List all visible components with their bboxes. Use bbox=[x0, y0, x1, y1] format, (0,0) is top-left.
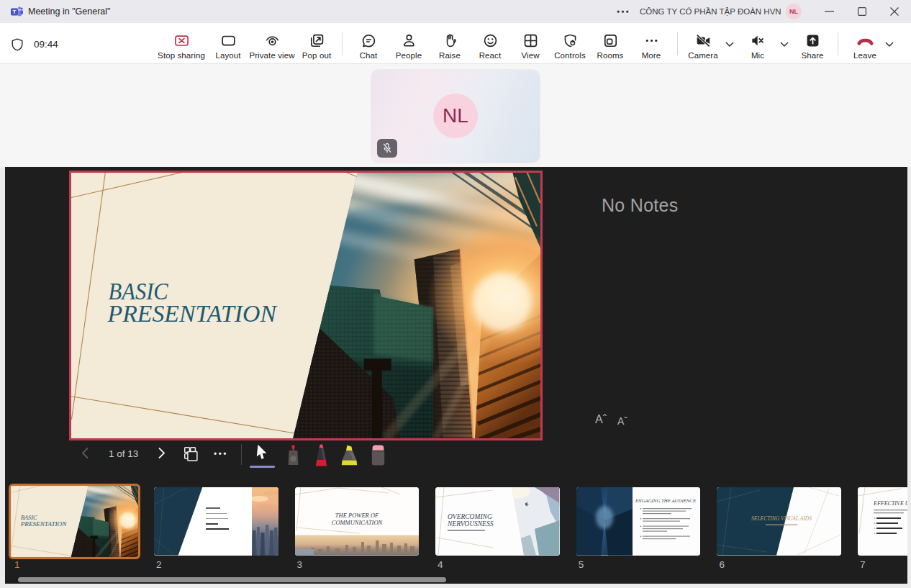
svg-text:NERVOUSNESS: NERVOUSNESS bbox=[447, 520, 494, 528]
svg-text:THE POWER OF: THE POWER OF bbox=[335, 512, 379, 519]
svg-text:OVERCOMING: OVERCOMING bbox=[448, 513, 492, 520]
svg-text:ENGAGING THE AUDIENCE: ENGAGING THE AUDIENCE bbox=[635, 498, 697, 503]
svg-text:COMMUNICATION: COMMUNICATION bbox=[331, 519, 383, 526]
svg-text:EFFECTIVE USE: EFFECTIVE USE bbox=[873, 500, 907, 507]
svg-text:SELECTING VISUAL AIDS: SELECTING VISUAL AIDS bbox=[751, 515, 812, 522]
svg-text:T: T bbox=[13, 9, 17, 15]
